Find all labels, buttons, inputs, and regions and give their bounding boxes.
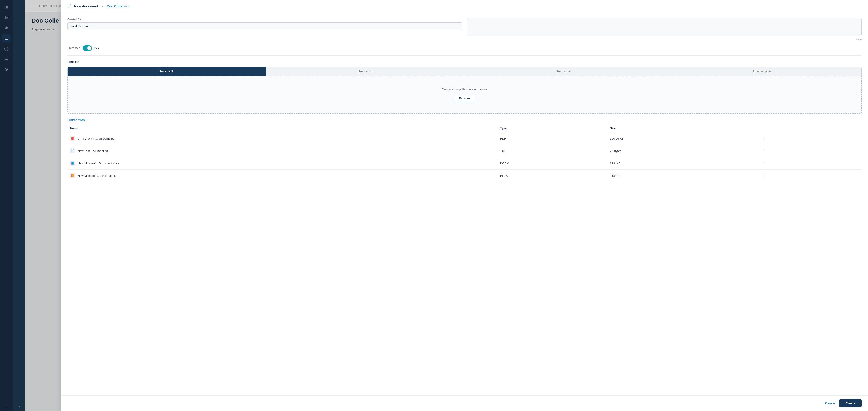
modal-overlay: 📄 New document • Doc Collection Created … [0,0,868,411]
txt-icon: 📄 [70,148,75,153]
modal-footer: Cancel Create [61,396,868,411]
modal-header-icon: 📄 [66,4,71,8]
file-kebab-button[interactable]: ⋮ [761,147,769,154]
form-group-description: 15/500 [467,18,862,41]
tab-from-email[interactable]: From email [465,67,663,76]
file-actions-cell: ⋮ [758,157,862,170]
table-row: 📄 New Text Document.txt TXT 72 Bytes ⋮ [67,145,862,157]
form-group-created-by: Created By [67,18,462,41]
file-name-cell: 📙 New Microsoft...entation.pptx [67,170,497,182]
modal-header-sep: • [102,4,103,8]
processed-toggle[interactable] [83,45,92,51]
created-by-input[interactable] [67,22,462,30]
file-size-cell: 11.8 KB [607,157,758,170]
drop-zone-text: Drag and drop files here or browse [442,88,487,91]
browse-button[interactable]: Browse [454,95,475,102]
col-type: Type [497,124,607,132]
file-name: New Text Document.txt [78,149,108,153]
file-type-cell: TXT [497,145,607,157]
modal-title: New document [74,4,98,8]
file-name-cell: 📄 New Text Document.txt [67,145,497,157]
link-file-label: Link file [67,60,862,64]
pdf-icon: 📕 [70,136,75,141]
processed-row: Processed Yes [67,45,862,51]
drop-zone[interactable]: Drag and drop files here or browse Brows… [67,76,862,114]
file-tab-bar: Select a file From scan From email From … [67,67,862,76]
pptx-icon: 📙 [70,173,75,178]
file-kebab-button[interactable]: ⋮ [761,160,769,167]
file-name: New Microsoft...entation.pptx [78,174,116,177]
modal-body: Created By 15/500 Processed Yes Li [61,12,868,396]
col-name: Name [67,124,497,132]
create-button[interactable]: Create [839,399,862,407]
processed-label: Processed [67,46,80,50]
section-divider [67,55,862,56]
tab-from-scan[interactable]: From scan [266,67,465,76]
char-counter: 15/500 [467,38,862,41]
description-textarea[interactable] [467,18,862,36]
file-name: VPN Client In...ion Guide.pdf [78,137,115,140]
tab-select-file[interactable]: Select a file [68,67,266,76]
file-name-cell: 📘 New Microsoft...Document.docx [67,157,497,170]
file-actions-cell: ⋮ [758,132,862,145]
file-actions-cell: ⋮ [758,145,862,157]
col-actions [758,124,862,132]
form-row-created-by: Created By 15/500 [67,18,862,41]
docx-icon: 📘 [70,161,75,166]
file-kebab-button[interactable]: ⋮ [761,172,769,179]
col-size: Size [607,124,758,132]
modal-panel: 📄 New document • Doc Collection Created … [61,0,868,411]
file-name-cell: 📕 VPN Client In...ion Guide.pdf [67,132,497,145]
file-type-cell: DOCX [497,157,607,170]
file-size-cell: 72 Bytes [607,145,758,157]
file-actions-cell: ⋮ [758,170,862,182]
table-row: 📕 VPN Client In...ion Guide.pdf PDF 194.… [67,132,862,145]
file-size-cell: 31.9 KB [607,170,758,182]
table-row: 📘 New Microsoft...Document.docx DOCX 11.… [67,157,862,170]
file-kebab-button[interactable]: ⋮ [761,135,769,142]
modal-header: 📄 New document • Doc Collection [61,0,868,12]
file-type-cell: PDF [497,132,607,145]
file-name: New Microsoft...Document.docx [78,162,119,165]
created-by-label: Created By [67,18,462,21]
file-size-cell: 194.54 KB [607,132,758,145]
file-type-cell: PPTX [497,170,607,182]
tab-from-template[interactable]: From template [663,67,862,76]
linked-files-table: Name Type Size 📕 VPN Client In...ion Gui… [67,124,862,182]
table-row: 📙 New Microsoft...entation.pptx PPTX 31.… [67,170,862,182]
cancel-button[interactable]: Cancel [825,402,835,405]
modal-collection: Doc Collection [107,4,130,8]
linked-files-label: Linked files [67,118,862,122]
processed-value: Yes [94,46,99,50]
